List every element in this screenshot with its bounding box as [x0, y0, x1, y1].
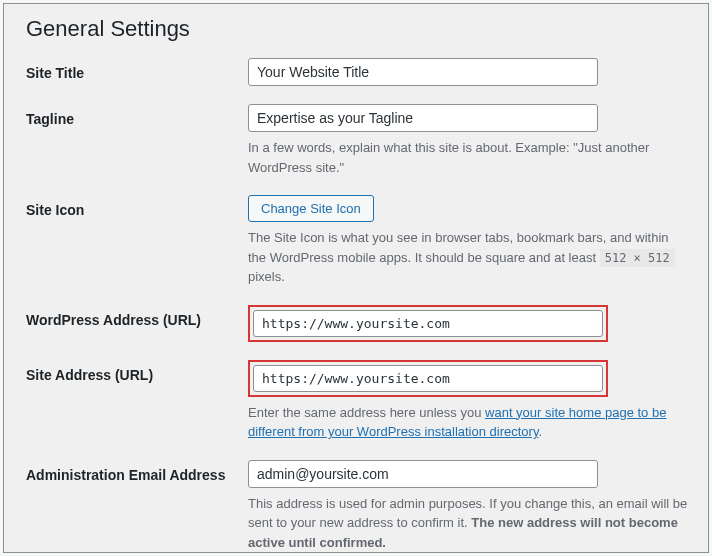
label-wp-address: WordPress Address (URL) — [26, 305, 248, 328]
label-site-title: Site Title — [26, 58, 248, 81]
admin-email-description: This address is used for admin purposes.… — [248, 494, 690, 553]
tagline-input[interactable] — [248, 104, 598, 132]
label-tagline: Tagline — [26, 104, 248, 127]
site-address-input[interactable] — [253, 365, 603, 392]
row-site-address: Site Address (URL) Enter the same addres… — [26, 360, 690, 442]
page-title: General Settings — [26, 16, 690, 42]
admin-email-input[interactable] — [248, 460, 598, 488]
label-site-address: Site Address (URL) — [26, 360, 248, 383]
site-address-description: Enter the same address here unless you w… — [248, 403, 690, 442]
row-wp-address: WordPress Address (URL) — [26, 305, 690, 342]
wp-address-input[interactable] — [253, 310, 603, 337]
general-settings-panel: General Settings Site Title Tagline In a… — [3, 3, 709, 553]
row-admin-email: Administration Email Address This addres… — [26, 460, 690, 553]
site-icon-description: The Site Icon is what you see in browser… — [248, 228, 690, 287]
row-tagline: Tagline In a few words, explain what thi… — [26, 104, 690, 177]
site-address-highlight — [248, 360, 608, 397]
site-title-input[interactable] — [248, 58, 598, 86]
row-site-icon: Site Icon Change Site Icon The Site Icon… — [26, 195, 690, 287]
size-code: 512 × 512 — [600, 249, 675, 267]
row-site-title: Site Title — [26, 58, 690, 86]
change-site-icon-button[interactable]: Change Site Icon — [248, 195, 374, 222]
label-admin-email: Administration Email Address — [26, 460, 248, 483]
wp-address-highlight — [248, 305, 608, 342]
label-site-icon: Site Icon — [26, 195, 248, 218]
tagline-description: In a few words, explain what this site i… — [248, 138, 690, 177]
